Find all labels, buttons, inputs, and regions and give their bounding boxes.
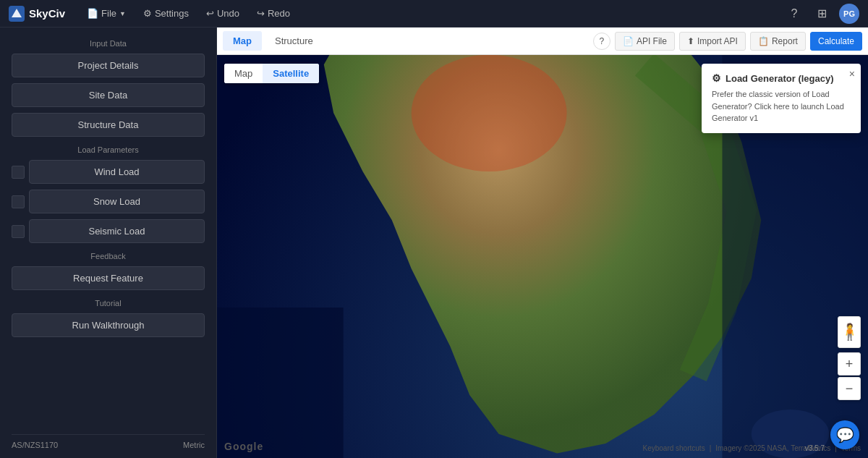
settings-menu[interactable]: ⚙ Settings: [136, 5, 196, 22]
report-icon: 📋: [758, 36, 769, 46]
undo-icon: ↩: [206, 8, 214, 19]
apps-button[interactable]: ⊞: [812, 4, 832, 24]
load-parameters-label: Load Parameters: [12, 145, 205, 154]
redo-icon: ↪: [257, 8, 265, 19]
sidebar-bottom: AS/NZS1170 Metric: [12, 434, 205, 449]
api-file-button[interactable]: 📄 API File: [615, 32, 675, 51]
undo-button[interactable]: ↩ Undo: [199, 5, 247, 22]
load-generator-popup: × ⚙ Load Generator (legacy) Prefer the c…: [702, 64, 861, 133]
wind-load-checkbox[interactable]: [12, 166, 25, 179]
help-button[interactable]: ?: [784, 4, 804, 24]
map-view-switcher: Map Satellite: [224, 64, 319, 83]
run-walkthrough-button[interactable]: Run Walkthrough: [12, 313, 205, 337]
seismic-load-row: Seismic Load: [12, 219, 205, 243]
topnav-right: ? ⊞ PG: [784, 4, 859, 24]
map-container: Map Structure ? 📄 API File ⬆ Import API …: [217, 27, 868, 458]
topnav-menu: 📄 File ▼ ⚙ Settings ↩ Undo ↪ Redo: [80, 5, 784, 22]
popup-title: ⚙ Load Generator (legacy): [712, 72, 851, 84]
main-area: Input Data Project Details Site Data Str…: [0, 27, 868, 458]
snow-load-row: Snow Load: [12, 190, 205, 213]
file-icon: 📄: [87, 8, 98, 19]
api-file-icon: 📄: [623, 36, 634, 46]
wind-load-button[interactable]: Wind Load: [29, 160, 205, 184]
input-data-label: Input Data: [12, 39, 205, 48]
map-toolbar: Map Structure ? 📄 API File ⬆ Import API …: [217, 27, 868, 55]
seismic-load-checkbox[interactable]: [12, 225, 25, 238]
wind-load-row: Wind Load: [12, 160, 205, 184]
version-label: v3.5.7: [805, 444, 825, 452]
tab-structure[interactable]: Structure: [265, 31, 323, 51]
site-data-button[interactable]: Site Data: [12, 83, 205, 107]
snow-load-checkbox[interactable]: [12, 195, 25, 208]
svg-rect-5: [217, 308, 344, 458]
google-logo: Google: [224, 441, 263, 452]
logo-icon: [9, 6, 25, 22]
map-help-button[interactable]: ?: [593, 33, 610, 50]
zoom-out-button[interactable]: −: [838, 377, 861, 400]
svg-marker-0: [12, 9, 22, 17]
settings-icon: ⚙: [143, 8, 152, 19]
map-controls: 🧍 + −: [838, 316, 861, 400]
import-icon: ⬆: [687, 36, 694, 46]
pegman-control[interactable]: 🧍: [838, 316, 861, 348]
unit-label: Metric: [183, 441, 205, 449]
import-api-button[interactable]: ⬆ Import API: [679, 32, 746, 51]
tab-map[interactable]: Map: [223, 31, 262, 51]
project-details-button[interactable]: Project Details: [12, 54, 205, 77]
structure-data-button[interactable]: Structure Data: [12, 113, 205, 137]
report-button[interactable]: 📋 Report: [750, 32, 806, 51]
tutorial-label: Tutorial: [12, 299, 205, 308]
chevron-down-icon: ▼: [119, 10, 126, 17]
snow-load-button[interactable]: Snow Load: [29, 190, 205, 213]
chat-widget[interactable]: 💬: [830, 420, 859, 449]
sidebar: Input Data Project Details Site Data Str…: [0, 27, 217, 458]
file-menu[interactable]: 📄 File ▼: [80, 5, 133, 22]
calculate-button[interactable]: Calculate: [810, 32, 862, 51]
map-toolbar-right: ? 📄 API File ⬆ Import API 📋 Report Calcu…: [593, 32, 862, 51]
zoom-in-button[interactable]: +: [838, 352, 861, 376]
view-satellite-button[interactable]: Satellite: [263, 64, 319, 83]
popup-close-button[interactable]: ×: [849, 68, 855, 80]
feedback-label: Feedback: [12, 252, 205, 260]
map-footer-links: Keyboard shortcuts | Imagery ©2025 NASA,…: [642, 444, 861, 452]
view-map-button[interactable]: Map: [224, 64, 263, 83]
redo-button[interactable]: ↪ Redo: [250, 5, 297, 22]
top-navigation: SkyCiv 📄 File ▼ ⚙ Settings ↩ Undo ↪ Redo…: [0, 0, 868, 27]
svg-point-3: [412, 55, 567, 171]
request-feature-button[interactable]: Request Feature: [12, 266, 205, 290]
seismic-load-button[interactable]: Seismic Load: [29, 219, 205, 243]
popup-icon: ⚙: [712, 72, 721, 84]
keyboard-shortcuts-link[interactable]: Keyboard shortcuts: [642, 444, 705, 452]
app-logo[interactable]: SkyCiv: [9, 6, 65, 22]
standard-label: AS/NZS1170: [12, 441, 58, 449]
popup-body: Prefer the classic version of Load Gener…: [712, 88, 851, 124]
user-avatar[interactable]: PG: [839, 4, 859, 24]
logo-text: SkyCiv: [29, 7, 65, 20]
